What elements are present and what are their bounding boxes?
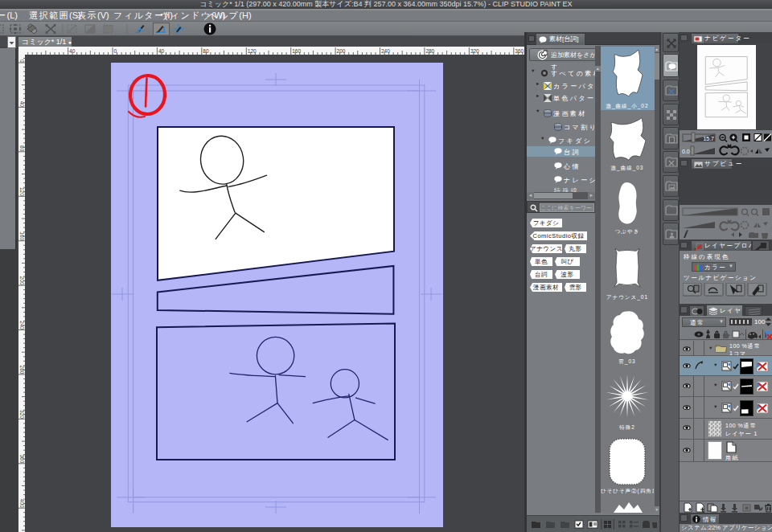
svg-text:40: 40 [69,48,76,54]
svg-text:0: 0 [19,59,25,63]
svg-text:0: 0 [114,48,117,54]
svg-text:40: 40 [158,48,165,54]
svg-text:280: 280 [19,366,25,374]
svg-text:360: 360 [515,48,524,54]
svg-text:15.7: 15.7 [703,136,714,141]
svg-text:160: 160 [19,231,25,240]
svg-text:0.0: 0.0 [682,149,690,154]
svg-text:160: 160 [292,48,301,54]
svg-text:200: 200 [19,276,25,285]
svg-text:80: 80 [19,145,25,152]
svg-text:200: 200 [337,48,346,54]
svg-text:240: 240 [19,321,25,329]
svg-text:80: 80 [203,48,209,54]
svg-text:40: 40 [19,101,25,108]
svg-text:280: 280 [425,48,434,54]
svg-text:240: 240 [381,48,390,54]
svg-text:320: 320 [470,48,479,54]
svg-text:120: 120 [19,187,25,196]
svg-text:320: 320 [19,410,25,419]
svg-text:360: 360 [19,454,25,463]
svg-text:400: 400 [19,499,25,508]
svg-text:120: 120 [248,48,257,54]
